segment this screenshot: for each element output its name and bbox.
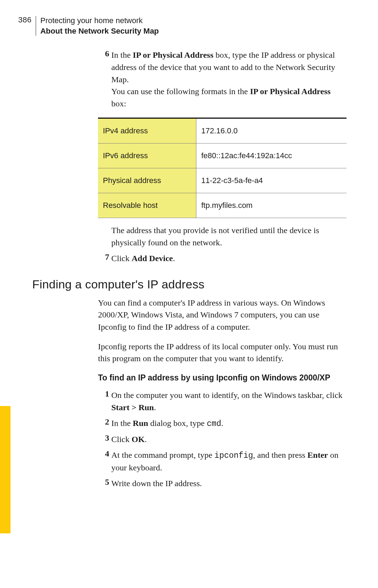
address-formats-table: IPv4 address 172.16.0.0 IPv6 address fe8… xyxy=(98,118,346,218)
text: In the xyxy=(111,419,133,428)
text: . xyxy=(173,254,175,263)
code: ipconfig xyxy=(215,451,253,460)
code: cmd xyxy=(207,419,221,428)
step-number: 1 xyxy=(98,389,111,399)
text: On the computer you want to identify, on… xyxy=(111,391,343,400)
table-value: 11-22-c3-5a-fe-a4 xyxy=(196,168,347,193)
running-header: 386 Protecting your home network About t… xyxy=(18,15,159,36)
paragraph: You can find a computer's IP address in … xyxy=(98,297,346,332)
ui-label: Start > Run xyxy=(111,403,154,412)
table-row: IPv4 address 172.16.0.0 xyxy=(98,118,346,143)
table-value: 172.16.0.0 xyxy=(196,118,347,143)
step-number: 6 xyxy=(98,49,111,58)
step-4: 4 At the command prompt, type ipconfig, … xyxy=(98,449,346,474)
ui-label: OK xyxy=(132,435,145,444)
text: Click xyxy=(111,254,132,263)
table-row: Resolvable host ftp.myfiles.com xyxy=(98,193,346,218)
table-label: IPv4 address xyxy=(98,118,196,143)
text: At the command prompt, type xyxy=(111,450,215,460)
text: You can use the following formats in the xyxy=(111,87,250,96)
table-label: IPv6 address xyxy=(98,143,196,168)
step-5: 5 Write down the IP address. xyxy=(98,477,346,490)
ui-label: IP or Physical Address xyxy=(133,50,213,59)
table-row: IPv6 address fe80::12ac:fe44:192a:14cc xyxy=(98,143,346,168)
section-title: About the Network Security Map xyxy=(40,26,159,36)
step-number: 3 xyxy=(98,433,111,443)
ui-label: Add Device xyxy=(132,254,173,263)
step-number: 2 xyxy=(98,417,111,427)
table-value: fe80::12ac:fe44:192a:14cc xyxy=(196,143,347,168)
note-text: The address that you provide is not veri… xyxy=(111,224,346,249)
step-number: 5 xyxy=(98,477,111,487)
ui-label: Enter xyxy=(307,450,328,460)
table-value: ftp.myfiles.com xyxy=(196,193,347,218)
text: , and then press xyxy=(253,450,307,460)
table-row: Physical address 11-22-c3-5a-fe-a4 xyxy=(98,168,346,193)
paragraph: Ipconfig reports the IP address of its l… xyxy=(98,341,346,364)
heading-finding-ip: Finding a computer's IP address xyxy=(32,278,378,291)
procedure-heading: To find an IP address by using Ipconfig … xyxy=(98,372,346,384)
text: dialog box, type xyxy=(148,419,206,428)
text: . xyxy=(154,403,156,412)
text: In the xyxy=(111,50,133,59)
step-3: 3 Click OK. xyxy=(98,433,346,446)
step-6: 6 In the IP or Physical Address box, typ… xyxy=(98,49,346,110)
ui-label: IP or Physical Address xyxy=(250,87,330,96)
text: box: xyxy=(111,99,126,108)
table-label: Resolvable host xyxy=(98,193,196,218)
page-number: 386 xyxy=(18,15,31,24)
step-number: 4 xyxy=(98,449,111,458)
step-7: 7 Click Add Device. xyxy=(98,252,346,265)
text: . xyxy=(145,435,147,444)
ui-label: Run xyxy=(133,419,148,428)
header-divider xyxy=(36,16,36,36)
step-1: 1 On the computer you want to identify, … xyxy=(98,389,346,414)
text: Click xyxy=(111,435,132,444)
chapter-title: Protecting your home network xyxy=(40,15,159,26)
step-number: 7 xyxy=(98,252,111,262)
step-2: 2 In the Run dialog box, type cmd. xyxy=(98,417,346,430)
table-label: Physical address xyxy=(98,168,196,193)
text: Write down the IP address. xyxy=(111,479,202,488)
text: . xyxy=(221,419,223,428)
